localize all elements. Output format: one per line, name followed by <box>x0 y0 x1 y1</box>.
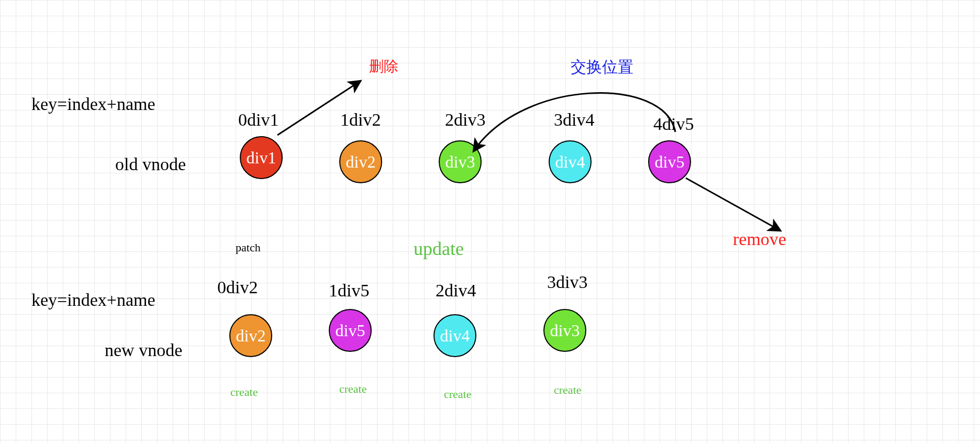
remove-label: remove <box>733 229 786 249</box>
swap-label: 交换位置 <box>571 57 633 78</box>
old-node-div4: div4 <box>549 140 592 183</box>
old-key-4: 4div5 <box>653 114 694 134</box>
new-sub-1: create <box>339 382 367 396</box>
old-key-0: 0div1 <box>238 110 279 130</box>
old-node-div4-text: div4 <box>555 152 585 172</box>
update-label: update <box>414 238 464 260</box>
new-node-div2-text: div2 <box>236 326 266 346</box>
new-node-div3-text: div3 <box>550 321 580 340</box>
key-formula-top: key=index+name <box>31 94 155 114</box>
new-node-div2: div2 <box>229 314 272 357</box>
old-node-div2: div2 <box>339 140 382 183</box>
delete-label: 删除 <box>369 57 398 76</box>
key-formula-bottom: key=index+name <box>31 290 155 310</box>
patch-label: patch <box>236 241 261 254</box>
old-key-3: 3div4 <box>554 110 594 130</box>
new-key-2: 2div4 <box>436 281 476 301</box>
new-key-3: 3div3 <box>547 272 587 292</box>
diagram-arrows <box>0 0 980 443</box>
new-vnode-label: new vnode <box>105 340 182 360</box>
old-node-div5: div5 <box>648 140 691 183</box>
new-key-0: 0div2 <box>217 278 258 297</box>
old-key-1: 1div2 <box>340 110 381 130</box>
new-key-1: 1div5 <box>329 281 369 301</box>
new-node-div5-text: div5 <box>336 321 365 340</box>
old-node-div2-text: div2 <box>346 152 376 172</box>
old-node-div5-text: div5 <box>655 152 685 172</box>
old-key-2: 2div3 <box>445 110 485 130</box>
old-node-div1: div1 <box>240 136 283 179</box>
new-node-div4-text: div4 <box>440 326 470 346</box>
old-node-div3-text: div3 <box>446 152 475 172</box>
new-node-div4: div4 <box>433 314 476 357</box>
old-vnode-label: old vnode <box>115 154 186 174</box>
old-node-div3: div3 <box>439 140 482 183</box>
new-sub-3: create <box>554 383 582 397</box>
old-node-div1-text: div1 <box>247 148 276 168</box>
new-node-div3: div3 <box>543 309 586 352</box>
new-sub-0: create <box>230 385 258 399</box>
new-sub-2: create <box>444 387 472 401</box>
new-node-div5: div5 <box>329 309 372 352</box>
